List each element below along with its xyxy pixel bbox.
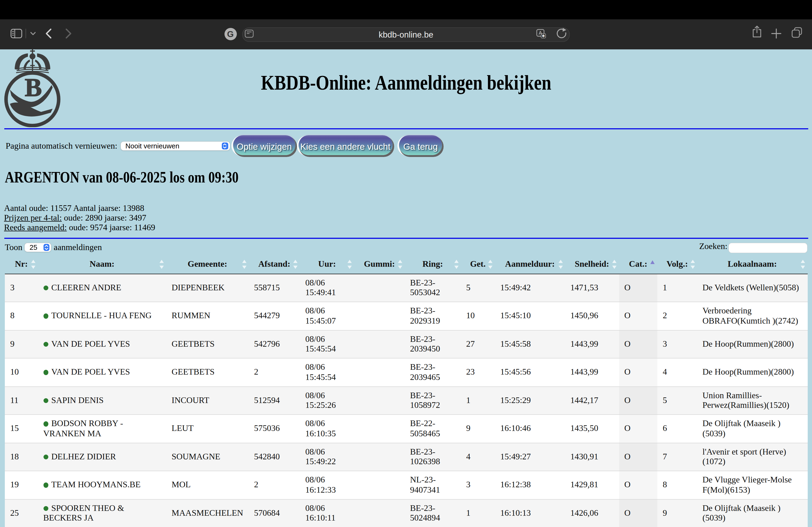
svg-text:✱: ✱ (541, 33, 545, 38)
